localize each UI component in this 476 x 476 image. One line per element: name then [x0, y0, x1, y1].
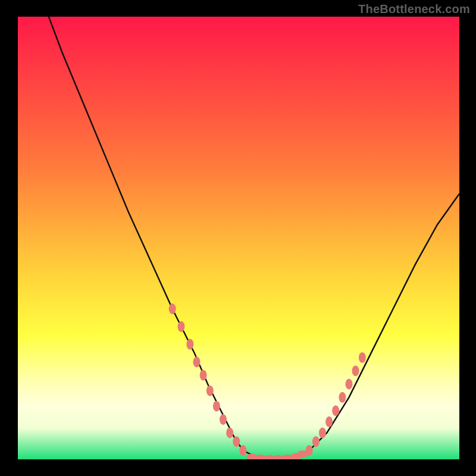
data-marker: [312, 436, 320, 447]
data-marker: [325, 416, 333, 427]
data-marker: [200, 370, 207, 381]
data-marker: [359, 352, 366, 363]
data-marker: [233, 436, 240, 447]
data-marker: [178, 321, 185, 332]
data-marker: [213, 401, 220, 412]
data-marker: [319, 427, 326, 438]
data-marker: [306, 445, 313, 456]
data-marker: [352, 365, 359, 376]
data-marker: [193, 356, 201, 367]
data-marker: [226, 427, 233, 438]
svg-rect-4: [459, 0, 476, 476]
heat-gradient-background: [18, 17, 459, 459]
data-marker: [339, 392, 346, 403]
chart-canvas: TheBottleneck.com: [0, 0, 476, 476]
data-marker: [206, 386, 214, 396]
data-marker: [332, 405, 339, 416]
data-marker: [186, 339, 193, 350]
watermark-text: TheBottleneck.com: [358, 2, 470, 16]
data-marker: [220, 414, 227, 425]
data-marker: [239, 445, 246, 456]
data-marker: [346, 379, 353, 390]
svg-rect-2: [0, 459, 476, 476]
bottleneck-chart: [0, 0, 476, 476]
data-marker: [169, 303, 176, 314]
svg-rect-3: [0, 0, 18, 476]
